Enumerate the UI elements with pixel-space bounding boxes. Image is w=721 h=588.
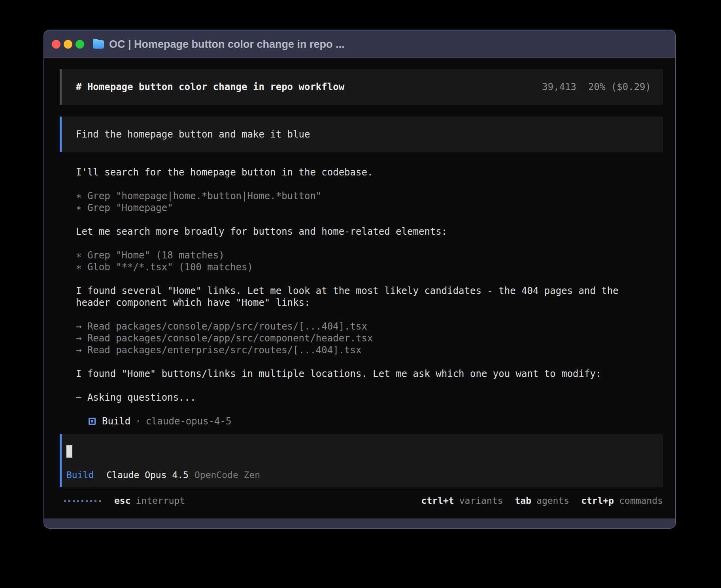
- transcript-paragraphs: I'll search for the homepage button in t…: [76, 166, 663, 403]
- transcript-line: → Read packages/console/app/src/componen…: [76, 332, 663, 344]
- transcript-line: ∗ Grep "homepage|home.*button|Home.*butt…: [76, 190, 663, 202]
- transcript-line: → Read packages/enterprise/src/routes/[.…: [76, 344, 663, 356]
- hint-agents: tab agents: [515, 495, 569, 507]
- transcript-line: → Read packages/console/app/src/routes/[…: [76, 320, 663, 332]
- transcript-line: I found several "Home" links. Let me loo…: [76, 285, 663, 297]
- user-message-text: Find the homepage button and make it blu…: [76, 128, 310, 140]
- spinner-dot: [90, 500, 92, 502]
- status-bar-right: ctrl+t variants tab agents ctrl+p comman…: [421, 495, 663, 507]
- window-title: OC | Homepage button color change in rep…: [109, 38, 345, 51]
- transcript-line: ∗ Grep "Homepage": [76, 202, 663, 214]
- agent-mode-icon: [89, 418, 96, 425]
- agent-status-row: Build · claude-opus-4-5: [89, 415, 663, 427]
- hint-key: ctrl+p: [581, 495, 614, 507]
- terminal-window: OC | Homepage button color change in rep…: [43, 30, 676, 529]
- terminal-content: # Homepage button color change in repo w…: [44, 58, 675, 518]
- agent-model: claude-opus-4-5: [146, 415, 232, 427]
- window-titlebar: OC | Homepage button color change in rep…: [44, 30, 675, 58]
- text-cursor: [66, 445, 72, 458]
- transcript-line: ∗ Glob "**/*.tsx" (100 matches): [76, 261, 663, 273]
- spinner-dot: [81, 500, 83, 502]
- hint-label: interrupt: [136, 495, 185, 507]
- folder-icon: [93, 40, 104, 49]
- window-controls: [52, 40, 84, 49]
- transcript-line: I found "Home" buttons/links in multiple…: [76, 368, 663, 380]
- spinner-dot: [73, 500, 75, 502]
- spinner-dot: [68, 500, 70, 502]
- assistant-paragraph: ~ Asking questions...: [76, 392, 663, 403]
- spinner-dot: [99, 500, 101, 502]
- message-input[interactable]: Build Claude Opus 4.5 OpenCode Zen: [60, 434, 663, 487]
- spinner-dot: [64, 500, 66, 502]
- agent-separator: ·: [135, 415, 141, 427]
- transcript-line: ~ Asking questions...: [76, 392, 663, 403]
- assistant-transcript: I'll search for the homepage button in t…: [76, 166, 663, 427]
- maximize-button[interactable]: [75, 40, 84, 49]
- composer-mode: Build: [66, 469, 94, 481]
- composer-meta: Build Claude Opus 4.5 OpenCode Zen: [66, 469, 655, 481]
- token-count: 39,413: [542, 81, 576, 93]
- session-header: # Homepage button color change in repo w…: [60, 69, 663, 105]
- status-bar-left: esc interrupt: [64, 495, 185, 507]
- hint-label: variants: [459, 495, 503, 507]
- spinner-dot: [77, 500, 79, 502]
- session-title: # Homepage button color change in repo w…: [76, 81, 344, 93]
- activity-spinner: [64, 500, 101, 502]
- hint-label: commands: [619, 495, 663, 507]
- close-button[interactable]: [52, 40, 60, 49]
- composer-provider: OpenCode Zen: [194, 469, 260, 481]
- hint-interrupt: esc interrupt: [114, 495, 185, 507]
- session-stats: 39,413 20% ($0.29): [542, 81, 651, 93]
- transcript-line: header component which have "Home" links…: [76, 297, 663, 309]
- desktop: { "window": { "title": "OC | Homepage bu…: [0, 0, 721, 588]
- hint-key: ctrl+t: [421, 495, 454, 507]
- assistant-paragraph: I found several "Home" links. Let me loo…: [76, 285, 663, 309]
- status-bar: esc interrupt ctrl+t variants tab agents…: [60, 495, 663, 507]
- spinner-dot: [94, 500, 96, 502]
- transcript-line: I'll search for the homepage button in t…: [76, 166, 663, 178]
- assistant-paragraph: I found "Home" buttons/links in multiple…: [76, 368, 663, 380]
- assistant-paragraph: → Read packages/console/app/src/routes/[…: [76, 320, 663, 356]
- hint-commands: ctrl+p commands: [581, 495, 663, 507]
- hint-label: agents: [536, 495, 569, 507]
- composer-model: Claude Opus 4.5: [106, 469, 189, 481]
- transcript-line: Let me search more broadly for buttons a…: [76, 226, 663, 237]
- transcript-line: ∗ Grep "Home" (18 matches): [76, 249, 663, 261]
- user-message: Find the homepage button and make it blu…: [60, 117, 663, 152]
- hint-key: tab: [515, 495, 531, 507]
- context-cost: 20% ($0.29): [588, 81, 651, 93]
- assistant-paragraph: Let me search more broadly for buttons a…: [76, 226, 663, 237]
- minimize-button[interactable]: [64, 40, 72, 49]
- assistant-paragraph: ∗ Grep "homepage|home.*button|Home.*butt…: [76, 190, 663, 214]
- agent-name: Build: [102, 415, 130, 427]
- spinner-dot: [86, 500, 88, 502]
- assistant-paragraph: ∗ Grep "Home" (18 matches)∗ Glob "**/*.t…: [76, 249, 663, 273]
- hint-key: esc: [114, 495, 131, 507]
- assistant-paragraph: I'll search for the homepage button in t…: [76, 166, 663, 178]
- hint-variants: ctrl+t variants: [421, 495, 503, 507]
- window-footer-strip: [44, 518, 675, 528]
